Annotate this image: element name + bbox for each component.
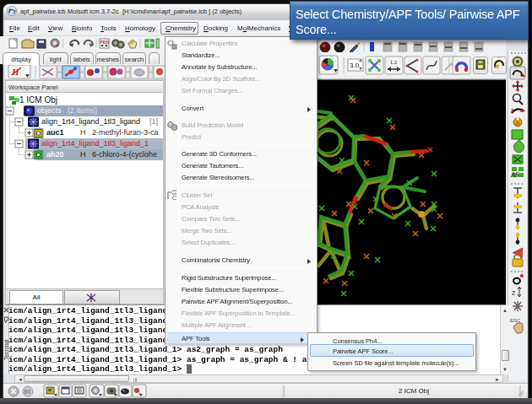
svg-text:ESC: ESC [510,318,521,323]
svg-text:AS: AS [510,171,519,179]
svg-text:z: z [511,107,514,113]
svg-text:PDB: PDB [100,40,110,45]
svg-text:60: 60 [24,389,31,395]
svg-text:C: C [172,195,176,201]
svg-text:z: z [512,288,516,297]
svg-text:1.2: 1.2 [390,60,398,65]
svg-text:3.0: 3.0 [350,62,360,69]
